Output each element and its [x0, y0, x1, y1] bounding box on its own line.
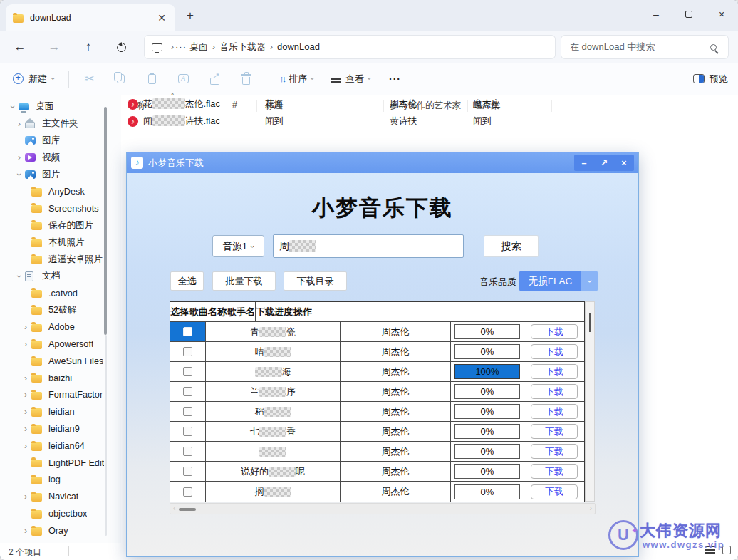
cut-button[interactable]: ✂ — [73, 67, 105, 91]
sidebar-item[interactable]: Oray — [0, 522, 121, 539]
sidebar-item[interactable]: 文档 — [0, 268, 121, 285]
download-button[interactable]: 下载 — [531, 464, 578, 479]
tab-downLoad[interactable]: downLoad ✕ — [6, 4, 175, 31]
breadcrumb-segment[interactable]: ··· — [175, 41, 187, 52]
scroll-right-icon[interactable]: › — [590, 504, 592, 512]
chevron-icon[interactable] — [20, 407, 31, 417]
close-button[interactable]: × — [705, 0, 738, 28]
source-select[interactable]: 音源1 › — [212, 235, 264, 257]
sidebar-item[interactable]: Screenshots — [0, 200, 121, 217]
download-button[interactable]: 下载 — [531, 364, 578, 379]
batch-download-button[interactable]: 批量下载 — [212, 271, 276, 291]
song-checkbox[interactable] — [183, 427, 192, 436]
sidebar-item[interactable]: leidian9 — [0, 420, 121, 437]
new-button[interactable]: 新建 › — [0, 73, 64, 85]
chevron-icon[interactable] — [20, 424, 31, 434]
sidebar-item[interactable]: Adobe — [0, 318, 121, 336]
sidebar-item[interactable]: Navicat — [0, 488, 121, 505]
file-row[interactable]: ♪ 花杰伦.flac 花海 周杰伦 魔杰座 — [121, 95, 738, 113]
sidebar-item[interactable]: 52破解 — [0, 302, 121, 319]
app-minimize-button[interactable]: – — [574, 158, 594, 168]
download-button[interactable]: 下载 — [531, 384, 578, 399]
table-horizontal-scrollbar[interactable]: ‹ › — [170, 503, 596, 514]
download-button[interactable]: 下载 — [531, 424, 578, 439]
scrollbar-thumb[interactable] — [589, 313, 591, 332]
chevron-icon[interactable] — [7, 102, 19, 112]
download-dir-button[interactable]: 下载目录 — [284, 271, 347, 291]
new-tab-button[interactable]: + — [187, 9, 194, 23]
app-title-bar[interactable]: ♪ 小梦音乐下载 – ↗ × — [127, 152, 638, 173]
search-button[interactable]: 搜索 — [484, 235, 539, 257]
search-keyword-input[interactable]: 周 — [273, 234, 464, 258]
sidebar-item[interactable]: 图片 — [0, 166, 121, 183]
song-checkbox[interactable] — [183, 367, 192, 376]
table-vertical-scrollbar[interactable] — [585, 301, 595, 502]
address-bar[interactable]: ›···桌面›音乐下载器›downLoad — [145, 36, 555, 58]
chevron-icon[interactable] — [14, 119, 25, 129]
chevron-icon[interactable] — [14, 170, 25, 180]
download-button[interactable]: 下载 — [531, 324, 578, 339]
breadcrumb-segment[interactable]: 音乐下载器 — [217, 40, 269, 53]
chevron-icon[interactable] — [20, 526, 31, 536]
tab-close-icon[interactable]: ✕ — [155, 12, 168, 24]
sidebar-item[interactable]: FormatFactor — [0, 387, 121, 404]
maximize-button[interactable] — [672, 0, 705, 28]
chevron-icon[interactable] — [20, 339, 31, 349]
more-options-button[interactable]: ··· — [379, 73, 411, 85]
file-row[interactable]: ♪ 闻诗扶.flac 闻到 黄诗扶 闻到 — [121, 113, 738, 130]
breadcrumb-segment[interactable]: › — [211, 42, 217, 52]
sidebar-item[interactable]: 图库 — [0, 133, 121, 150]
song-checkbox[interactable] — [183, 327, 192, 336]
sidebar-item[interactable]: objectbox — [0, 505, 121, 522]
chevron-icon[interactable] — [20, 492, 31, 502]
up-button[interactable]: ↑ — [76, 31, 101, 63]
paste-button[interactable] — [136, 67, 167, 91]
app-maximize-button[interactable]: ↗ — [594, 157, 614, 168]
scrollbar-thumb[interactable] — [179, 508, 196, 511]
sidebar-item[interactable]: baizhi — [0, 370, 121, 387]
sidebar-item[interactable]: AnyDesk — [0, 183, 121, 200]
this-pc-icon[interactable] — [152, 43, 162, 51]
forward-button[interactable]: → — [41, 31, 67, 63]
song-checkbox[interactable] — [183, 447, 192, 456]
app-close-button[interactable]: × — [614, 158, 634, 168]
download-button[interactable]: 下载 — [531, 484, 578, 499]
song-checkbox[interactable] — [183, 347, 192, 356]
select-all-button[interactable]: 全选 — [170, 271, 204, 291]
search-box[interactable]: 在 downLoad 中搜索 — [561, 36, 728, 58]
download-button[interactable]: 下载 — [531, 344, 578, 359]
sidebar-item[interactable]: 桌面 — [0, 98, 121, 115]
sidebar-item[interactable]: 视频 — [0, 149, 121, 166]
chevron-icon[interactable] — [20, 390, 31, 400]
chevron-icon[interactable] — [20, 441, 31, 451]
sidebar-item[interactable]: LightPDF Edit — [0, 455, 121, 472]
chevron-icon[interactable] — [14, 152, 25, 162]
back-button[interactable]: ← — [7, 31, 33, 63]
chevron-icon[interactable] — [20, 322, 31, 332]
scroll-left-icon[interactable]: ‹ — [173, 504, 175, 512]
song-checkbox[interactable] — [183, 467, 192, 476]
breadcrumb-segment[interactable]: › — [170, 42, 175, 52]
quality-dropdown[interactable]: 无损FLAC › — [519, 271, 598, 291]
sidebar-item[interactable]: 保存的图片 — [0, 217, 121, 234]
sidebar-item[interactable]: 主文件夹 — [0, 115, 121, 133]
breadcrumb-segment[interactable]: › — [269, 42, 274, 52]
song-checkbox[interactable] — [183, 387, 192, 396]
sidebar-item[interactable]: .catvod — [0, 285, 121, 302]
chevron-icon[interactable] — [20, 373, 31, 383]
download-button[interactable]: 下载 — [531, 444, 578, 459]
song-checkbox[interactable] — [183, 487, 192, 497]
minimize-button[interactable]: – — [640, 0, 672, 28]
preview-toggle[interactable]: 预览 — [693, 73, 728, 85]
sidebar-item[interactable]: Apowersoft — [0, 336, 121, 353]
share-button[interactable] — [199, 67, 230, 91]
view-button[interactable]: 查看 › — [323, 67, 379, 91]
chevron-icon[interactable] — [14, 271, 25, 281]
refresh-button[interactable] — [108, 31, 134, 63]
song-checkbox[interactable] — [183, 407, 192, 416]
rename-button[interactable] — [167, 67, 199, 91]
sidebar-item[interactable]: leidian — [0, 403, 121, 420]
sidebar-item[interactable]: 逍遥安卓照片 — [0, 251, 121, 268]
sidebar-item[interactable]: leidian64 — [0, 437, 121, 455]
delete-button[interactable] — [230, 67, 261, 91]
